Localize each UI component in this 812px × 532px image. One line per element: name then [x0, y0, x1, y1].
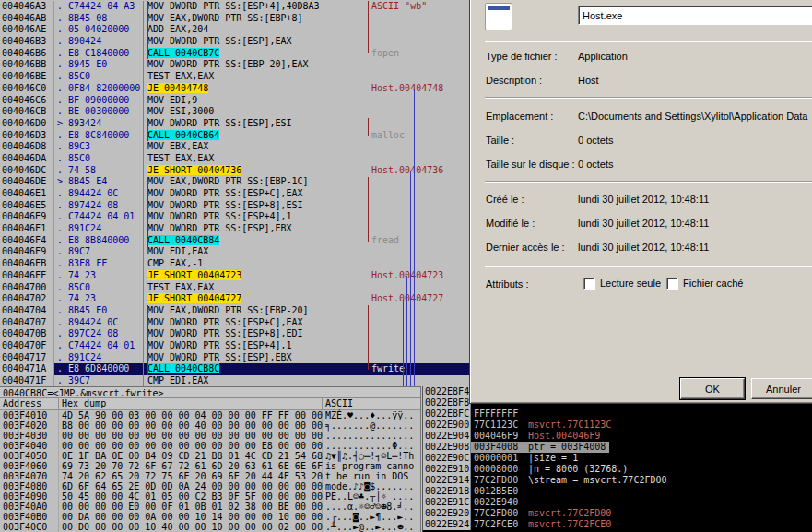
dump-bytes: 74 20 62 65 20 72 75 6E 20 69 6E 20 44 4… — [59, 471, 323, 481]
disasm-row[interactable]: 004046D3. E8 8C840000CALL 0040CB64malloc — [0, 130, 469, 142]
disasm-row[interactable]: 0040471F. 39C7CMP EDI,EAX — [0, 375, 469, 386]
stack-row[interactable]: 0022E9180012B5E0 — [423, 486, 812, 497]
stack-address: 0022E918 — [423, 486, 471, 497]
property-row: Modifié le :lundi 30 juillet 2012, 10:48… — [470, 218, 812, 230]
disasm-row[interactable]: 004046DA. 85C0TEST EAX,EAX — [0, 153, 469, 165]
property-value: lundi 30 juillet 2012, 10:48:11 — [578, 242, 709, 253]
stack-row[interactable]: 0022E8FCFFFFFFFF — [423, 408, 812, 420]
disasm-row[interactable]: 004046F4. E8 8B840000CALL 0040CB84fread — [0, 235, 469, 247]
hidden-checkbox[interactable] — [666, 278, 678, 290]
disasm-row[interactable]: 004046BE. 85C0TEST EAX,EAX — [0, 71, 469, 83]
dump-bytes: 50 45 00 00 4C 01 05 00 C2 B3 0F 5F 00 0… — [59, 491, 323, 502]
instruction-address: 004046B6 — [0, 48, 53, 60]
stack-address: 0022E924 — [423, 519, 471, 530]
disasm-row[interactable]: 004046D0> 893424MOV DWORD PTR SS:[ESP],E… — [0, 118, 469, 130]
property-value: 0 octets — [578, 135, 614, 146]
disasm-row[interactable]: 004046BB. 8945 E0MOV DWORD PTR SS:[EBP-2… — [0, 59, 469, 71]
disasm-row[interactable]: 004046FE. 74 23JE SHORT 00404723Host.004… — [0, 270, 469, 282]
instruction-text: CALL 0040CB84 — [147, 235, 219, 245]
instruction-cell: TEST EAX,EAX — [143, 153, 362, 165]
dump-row[interactable]: 003F4020B8 00 00 00 00 00 00 00 40 00 00… — [0, 420, 420, 431]
dump-bytes: 6D 6F 64 65 2E 0D 0D 0A 24 00 00 00 00 0… — [59, 481, 323, 491]
dump-row[interactable]: 003F407074 20 62 65 20 72 75 6E 20 69 6E… — [0, 471, 420, 481]
disasm-row[interactable]: 004046FB. 83F8 FFCMP EAX,-1 — [0, 258, 469, 270]
disasm-row[interactable]: 004046E9. C74424 04 01MOV DWORD PTR SS:[… — [0, 211, 469, 223]
instruction-bytes: . C74424 04 A3 — [53, 1, 143, 13]
disasm-row[interactable]: 004046C6. BF 09000000MOV EDI,9 — [0, 95, 469, 107]
disasm-row[interactable]: 004046F1. 891C24MOV DWORD PTR SS:[ESP],E… — [0, 223, 469, 235]
disasm-row[interactable]: 004046CB. BE 00300000MOV ESI,3000 — [0, 106, 469, 118]
stack-row[interactable]: 0022E90077C1123Cmsvcrt.77C1123C — [423, 420, 812, 431]
stack-row[interactable]: 0022E92077C2FD00msvcrt.77C2FD00 — [423, 508, 812, 519]
instruction-cell: CMP EDI,EAX — [143, 375, 362, 386]
instruction-cell: CALL 0040CB84 — [143, 235, 362, 247]
instruction-comment — [362, 36, 469, 48]
ok-button[interactable]: OK — [680, 378, 745, 399]
cancel-button[interactable]: Annuler — [751, 378, 812, 399]
dump-row[interactable]: 003F403000 00 00 00 00 00 00 00 00 00 00… — [0, 431, 420, 441]
dump-row[interactable]: 003F40104D 5A 90 00 03 00 00 00 04 00 00… — [0, 410, 420, 420]
readonly-checkbox[interactable] — [583, 278, 595, 290]
dump-ascii: mode.♪♪◙$....... — [323, 481, 420, 491]
dump-row[interactable]: 003F40B000 DA 00 00 00 0A 00 00 10 14 00… — [0, 512, 420, 522]
property-value: Host — [578, 75, 599, 86]
instruction-cell: MOV EDI,9 — [143, 95, 362, 107]
instruction-text: MOV DWORD PTR SS:[ESP+C],EAX — [147, 188, 303, 198]
instruction-comment: Host.00404748 — [362, 83, 469, 95]
disasm-row[interactable]: 0040470F. C74424 04 01MOV DWORD PTR SS:[… — [0, 340, 469, 352]
stack-row[interactable]: 0022E908003F4008ptr = 003F4008 — [423, 442, 812, 453]
stack-value: 77C2FCE0 — [471, 519, 528, 530]
instruction-bytes: . 8B45 08 — [53, 13, 143, 25]
stack-comment: |n = 8000 (32768.) — [528, 464, 812, 475]
dump-row[interactable]: 003F40500E 1F BA 0E 00 B4 09 CD 21 B8 01… — [0, 451, 420, 461]
disasm-row[interactable]: 00404702. 74 23JE SHORT 00404727Host.004… — [0, 293, 469, 305]
instruction-text: CALL 0040CB64 — [147, 130, 219, 140]
stack-row[interactable]: 0022E904004046F9Host.004046F9 — [423, 431, 812, 442]
disasm-row[interactable]: 004046F9. 89C7MOV EDI,EAX — [0, 246, 469, 258]
property-label: Description : — [486, 75, 542, 86]
stack-row[interactable]: 0022E90C00000001|size = 1 — [423, 453, 812, 464]
stack-value: 77C2FD00 — [471, 475, 528, 486]
hex-dump-pane: Address Hex dump ASCII 003F40104D 5A 90 … — [0, 398, 421, 532]
filename-input[interactable] — [578, 6, 812, 25]
dump-row[interactable]: 003F40A000 00 00 00 E0 00 0F 01 0B 01 02… — [0, 502, 420, 512]
dump-row[interactable]: 003F40C000 D0 00 00 00 10 40 00 00 10 00… — [0, 522, 420, 532]
dump-row[interactable]: 003F404000 00 00 00 00 00 00 00 00 00 00… — [0, 441, 420, 451]
disasm-row[interactable]: 004046B6. E8 C1840000CALL 0040CB7Cfopen — [0, 48, 469, 60]
property-row: Type de fichier :Application — [470, 51, 812, 63]
stack-row[interactable]: 0022E92477C2FCE0msvcrt.77C2FCE0 — [423, 519, 812, 530]
disasm-row[interactable]: 004046E1. 894424 0CMOV DWORD PTR SS:[ESP… — [0, 188, 469, 200]
dump-row[interactable]: 003F409050 45 00 00 4C 01 05 00 C2 B3 0F… — [0, 491, 420, 502]
stack-row[interactable]: 0022E91C0022E940 — [423, 497, 812, 508]
dump-row[interactable]: 003F406069 73 20 70 72 6F 67 72 61 6D 20… — [0, 461, 420, 471]
dump-header-address: Address — [0, 398, 59, 409]
stack-row[interactable]: 0022E91000008000|n = 8000 (32768.) — [423, 464, 812, 475]
instruction-comment — [362, 246, 469, 258]
disasm-row[interactable]: 0040471A. E8 6D840000CALL 0040CB8Cfwrite — [0, 363, 469, 375]
stack-address: 0022E8FC — [423, 408, 471, 420]
disasm-row[interactable]: 004046B3. 890424MOV DWORD PTR SS:[ESP],E… — [0, 36, 469, 48]
disasm-row[interactable]: 004046E5. 897424 08MOV DWORD PTR SS:[ESP… — [0, 200, 469, 212]
disasm-row[interactable]: 004046D8. 89C3MOV EBX,EAX — [0, 141, 469, 153]
disasm-row[interactable]: 004046DE> 8B45 E4MOV EAX,DWORD PTR SS:[E… — [0, 176, 469, 188]
dump-row[interactable]: 003F40806D 6F 64 65 2E 0D 0D 0A 24 00 00… — [0, 481, 420, 491]
disasm-row[interactable]: 00404707. 894424 0CMOV DWORD PTR SS:[ESP… — [0, 317, 469, 329]
instruction-address: 004046AE — [0, 24, 53, 36]
instruction-comment — [362, 282, 469, 294]
disasm-row[interactable]: 004046A3. C74424 04 A3MOV DWORD PTR SS:[… — [0, 1, 469, 13]
instruction-bytes: . E8 C1840000 — [53, 48, 143, 60]
dump-address: 003F4080 — [0, 481, 59, 491]
dump-address: 003F4030 — [0, 431, 59, 441]
disasm-row[interactable]: 004046AB. 8B45 08MOV EAX,DWORD PTR SS:[E… — [0, 13, 469, 25]
disasm-row[interactable]: 004046C0. 0F84 82000000JE 00404748Host.0… — [0, 83, 469, 95]
stack-row[interactable]: 0022E91477C2FD00\stream = msvcrt.77C2FD0… — [423, 475, 812, 486]
disasm-row[interactable]: 00404704. 8B45 E0MOV EAX,DWORD PTR SS:[E… — [0, 305, 469, 317]
stack-value: FFFFFFFF — [471, 408, 528, 420]
disasm-row[interactable]: 004046AE. 05 04020000ADD EAX,204 — [0, 24, 469, 36]
disasm-row[interactable]: 00404700. 85C0TEST EAX,EAX — [0, 282, 469, 294]
disasm-row[interactable]: 0040470B. 897C24 08MOV DWORD PTR SS:[ESP… — [0, 328, 469, 340]
disasm-row[interactable]: 00404717. 891C24MOV DWORD PTR SS:[ESP],E… — [0, 352, 469, 364]
stack-value: 0022E940 — [471, 497, 528, 508]
disasm-row[interactable]: 004046DC. 74 58JE SHORT 00404736Host.004… — [0, 165, 469, 177]
instruction-address: 004046A3 — [0, 1, 53, 13]
